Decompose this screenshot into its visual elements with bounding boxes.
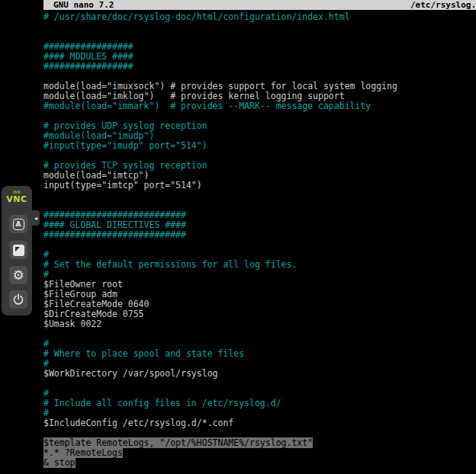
editor-line: ###########################	[43, 230, 476, 240]
editor-line: $DirCreateMode 0755	[43, 309, 476, 319]
editor-line: $Umask 0022	[43, 319, 476, 329]
nano-filename-label: /etc/rsyslog.	[410, 0, 476, 10]
editor-lines: # /usr/share/doc/rsyslog-doc/html/config…	[43, 12, 476, 468]
editor-line: #################	[43, 62, 476, 72]
editor-line: # Include all config files in /etc/rsysl…	[43, 399, 476, 408]
fullscreen-button[interactable]	[9, 241, 27, 259]
editor-line	[43, 240, 476, 250]
editor-line: $WorkDirectory /var/spool/rsyslog	[43, 369, 476, 379]
novnc-logo: no VNC	[2, 189, 32, 203]
editor-line	[43, 379, 476, 389]
disconnect-button[interactable]	[9, 290, 27, 309]
extra-keys-button[interactable]: A	[9, 215, 27, 233]
editor-line: $IncludeConfig /etc/rsyslog.d/*.conf	[43, 418, 476, 428]
editor-line: # /usr/share/doc/rsyslog-doc/html/config…	[43, 12, 476, 22]
editor-line: & stop	[43, 458, 476, 468]
editor-line: # Set the default permissions for all lo…	[43, 260, 476, 270]
gear-icon: ⚙	[12, 269, 24, 282]
nano-titlebar: GNU nano 7.2 /etc/rsyslog.	[43, 0, 476, 10]
control-bar-handle[interactable]: ◂	[32, 210, 40, 226]
editor-line: *.* ?RemoteLogs	[43, 448, 476, 458]
terminal-editor[interactable]: # /usr/share/doc/rsyslog-doc/html/config…	[43, 10, 476, 474]
editor-line: # Where to place spool and state files	[43, 349, 476, 359]
power-icon	[12, 293, 24, 306]
collapse-arrow-icon: ◂	[34, 215, 37, 222]
editor-line: #module(load="immark") # provides --MARK…	[43, 101, 476, 111]
fullscreen-icon	[13, 245, 24, 256]
editor-line	[43, 329, 476, 339]
keyboard-a-icon: A	[13, 219, 24, 230]
editor-line: #input(type="imudp" port="514")	[43, 141, 476, 151]
novnc-logo-text: VNC	[2, 196, 32, 203]
novnc-control-bar: no VNC A ⚙	[2, 186, 32, 315]
settings-button[interactable]: ⚙	[9, 266, 27, 284]
editor-line: input(type="imtcp" port="514")	[43, 181, 476, 191]
screen: GNU nano 7.2 /etc/rsyslog. # /usr/share/…	[0, 0, 476, 474]
editor-line	[43, 191, 476, 200]
editor-line	[43, 22, 476, 32]
nano-version-label: GNU nano 7.2	[43, 0, 114, 10]
